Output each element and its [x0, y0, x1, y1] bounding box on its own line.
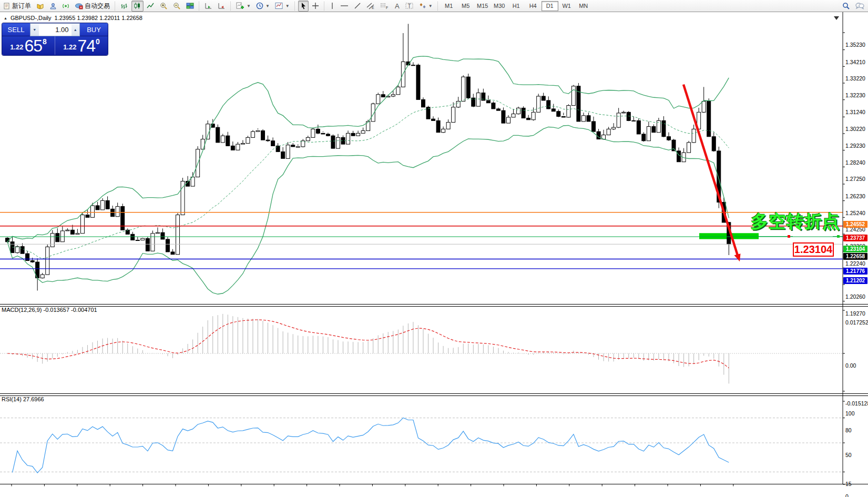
toolbar-separator [230, 2, 231, 11]
volume-decrease-button[interactable]: ▼ [30, 24, 39, 36]
toolbar: 新订单 自动交易 ▼ ▼ ▼ E F A T ▼ M1 M5 M15 M30 H… [0, 0, 868, 12]
tile-windows-button[interactable] [184, 1, 196, 12]
volume-control: ▼ ▲ [30, 23, 80, 36]
dropdown-caret: ▼ [247, 4, 251, 8]
crosshair-icon [312, 2, 319, 9]
dropdown-caret: ▼ [265, 4, 270, 8]
tab-timeframe-m30[interactable]: M30 [491, 1, 508, 11]
sell-button[interactable]: SELL [2, 23, 30, 36]
line-chart-icon [147, 2, 155, 9]
text-label-icon: T [405, 2, 414, 9]
clock-icon [256, 2, 263, 9]
tab-timeframe-m15[interactable]: M15 [474, 1, 491, 11]
text-label-button[interactable]: T [403, 1, 416, 12]
buy-price[interactable]: 1.22 74 0 [55, 36, 108, 55]
template-icon [275, 2, 283, 9]
crosshair-button[interactable] [310, 1, 321, 12]
tab-timeframe-h4[interactable]: H4 [525, 1, 542, 11]
autoscroll-button[interactable] [202, 1, 215, 12]
new-chart-button[interactable]: ▼ [234, 1, 253, 12]
buy-price-big: 74 [77, 38, 95, 53]
chat-icon [855, 2, 864, 9]
new-order-label: 新订单 [12, 2, 31, 11]
tab-timeframe-m1[interactable]: M1 [441, 1, 457, 11]
channel-icon: E [366, 2, 375, 9]
signal-icon [62, 3, 69, 9]
new-order-icon [4, 3, 11, 9]
sell-price-pip: 8 [43, 37, 47, 46]
horizontal-line-icon [340, 2, 349, 9]
zoom-out-icon [173, 2, 181, 9]
fibonacci-button[interactable]: F [378, 1, 391, 12]
chart-shift-icon [218, 2, 226, 9]
chat-button[interactable] [853, 1, 866, 12]
line-chart-button[interactable] [145, 1, 157, 12]
book-icon [36, 3, 44, 9]
svg-text:T: T [407, 3, 411, 9]
autotrade-cloud-icon [75, 3, 83, 9]
autotrade-label: 自动交易 [85, 2, 110, 11]
price-chart-canvas[interactable] [0, 12, 868, 497]
cursor-icon [300, 2, 307, 9]
sell-price[interactable]: 1.22 65 8 [2, 36, 55, 55]
vertical-line-icon [330, 2, 335, 9]
text-button[interactable]: A [392, 1, 402, 12]
zoom-out-button[interactable] [171, 1, 183, 12]
search-icon [842, 2, 850, 9]
dropdown-caret: ▼ [428, 4, 433, 8]
vertical-line-button[interactable] [328, 1, 337, 12]
chart-window: ▲ GBPUSD-,Daily 1.23955 1.23982 1.22011 … [0, 12, 868, 497]
toolbar-separator [437, 2, 438, 11]
fibo-letter: F [386, 6, 388, 9]
tab-timeframe-h1[interactable]: H1 [508, 1, 525, 11]
horizontal-line-button[interactable] [338, 1, 351, 12]
trendline-icon [354, 2, 361, 9]
chart-shift-button[interactable] [216, 1, 228, 12]
svg-text:A: A [395, 2, 400, 9]
cursor-button[interactable] [298, 1, 309, 12]
buy-price-prefix: 1.22 [63, 43, 76, 51]
new-order-button[interactable]: 新订单 [2, 1, 33, 12]
autoscroll-icon [205, 2, 212, 9]
tab-timeframe-d1[interactable]: D1 [542, 1, 558, 11]
market-watch-button[interactable] [34, 1, 46, 12]
one-click-trading-panel: SELL ▼ ▲ BUY 1.22 65 8 1.22 74 0 [2, 23, 108, 55]
templates-button[interactable]: ▼ [273, 1, 292, 12]
volume-input[interactable] [39, 24, 72, 36]
sell-price-prefix: 1.22 [10, 43, 23, 51]
shapes-button[interactable]: ▼ [417, 1, 435, 12]
autotrade-button[interactable]: 自动交易 [73, 1, 112, 12]
buy-price-pip: 0 [96, 37, 100, 46]
trendline-button[interactable] [352, 1, 363, 12]
person-icon [49, 3, 57, 9]
buy-button[interactable]: BUY [80, 23, 108, 36]
sell-price-big: 65 [24, 38, 42, 53]
tab-timeframe-m5[interactable]: M5 [457, 1, 474, 11]
text-icon: A [394, 2, 400, 9]
candlestick-chart-icon [134, 2, 141, 9]
periods-button[interactable]: ▼ [254, 1, 272, 12]
bar-chart-button[interactable] [118, 1, 130, 12]
search-button[interactable] [840, 1, 852, 12]
toolbar-separator [294, 2, 295, 11]
bar-chart-icon [120, 2, 128, 9]
tab-timeframe-w1[interactable]: W1 [558, 1, 575, 11]
new-chart-icon [236, 2, 244, 9]
zoom-in-button[interactable] [158, 1, 170, 12]
dropdown-caret: ▼ [285, 4, 290, 8]
candlestick-chart-button[interactable] [131, 1, 144, 12]
channel-letter: E [372, 6, 374, 9]
signals-button[interactable] [60, 1, 72, 12]
channel-button[interactable]: E [364, 1, 377, 12]
volume-increase-button[interactable]: ▲ [72, 24, 80, 36]
toolbar-separator [324, 2, 325, 11]
toolbar-separator [199, 2, 200, 11]
tab-timeframe-mn[interactable]: MN [575, 1, 592, 11]
toolbar-separator [115, 2, 116, 11]
fibonacci-icon: F [380, 2, 389, 9]
zoom-in-icon [160, 2, 168, 9]
shapes-icon [419, 2, 426, 9]
profile-button[interactable] [47, 1, 59, 12]
tile-windows-icon [186, 2, 194, 9]
